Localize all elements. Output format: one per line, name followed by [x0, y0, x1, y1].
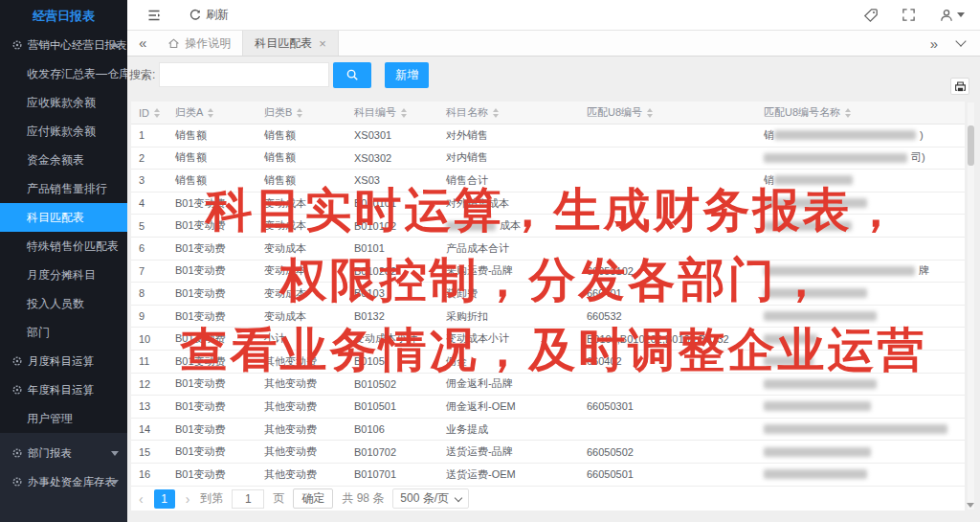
column-header[interactable]: 归类B — [256, 102, 346, 124]
sort-icon[interactable] — [154, 108, 160, 118]
table-row[interactable]: 8B01变动费变动成本B0103装卸费660401 — [131, 283, 965, 306]
table-row[interactable]: 16B01变动费其他变动费B010701送货运费-OEM66050501 — [131, 464, 965, 487]
cell-u8-name: 销 — [756, 170, 965, 192]
cell-code: B010701 — [346, 464, 438, 486]
table-scrollbar[interactable] — [968, 102, 974, 510]
cell-cat-b: 其他变动费 — [256, 351, 346, 373]
cell-u8-name — [756, 419, 965, 441]
sidebar-item[interactable]: 投入人员数 — [0, 289, 127, 318]
redacted-text — [764, 356, 813, 366]
table-row[interactable]: 1销售额销售额XS0301对外销售销) — [131, 125, 965, 148]
cell-id: 6 — [131, 238, 167, 260]
cell-name: 成本 — [438, 215, 579, 237]
cell-cat-b: 其他变动费 — [256, 441, 346, 463]
tag-icon[interactable] — [863, 8, 879, 23]
sidebar-item[interactable]: 月度科目运算 — [0, 347, 127, 375]
table-row[interactable]: 14B01变动费其他变动费B0106业务提成 — [131, 419, 965, 442]
sidebar-item[interactable]: 资金余额表 — [0, 146, 127, 174]
refresh-button[interactable]: 刷新 — [189, 7, 229, 23]
column-header-label: ID — [139, 107, 149, 119]
cell-code: B0105 — [346, 351, 438, 373]
confirm-page-button[interactable]: 确定 — [293, 488, 333, 509]
sidebar-item[interactable]: 产品销售量排行 — [0, 174, 127, 203]
table-row[interactable]: 6B01变动费变动成本B0101产品成本合计 — [131, 238, 965, 261]
cell-cat-a: B01变动费 — [167, 464, 256, 486]
table-row[interactable]: 13B01变动费其他变动费B010501佣金返利-OEM66050301 — [131, 396, 965, 419]
search-button[interactable] — [333, 62, 371, 88]
sidebar-item[interactable]: 部门报表 — [0, 439, 127, 467]
current-page-button[interactable]: 1 — [154, 489, 175, 509]
sidebar-item[interactable]: 年度科目运算 — [0, 375, 127, 404]
scrollbar-down-arrow-icon[interactable] — [967, 503, 974, 508]
redacted-text — [764, 424, 947, 434]
sort-icon[interactable] — [208, 108, 213, 118]
scrollbar-thumb[interactable] — [968, 125, 974, 166]
user-menu[interactable] — [939, 8, 965, 23]
next-page-button[interactable]: › — [184, 491, 192, 507]
sidebar-item[interactable]: 月度分摊科目 — [0, 261, 127, 289]
cell-id: 5 — [131, 215, 167, 237]
add-button[interactable]: 新增 — [385, 62, 429, 88]
sidebar-item-label: 月度分摊科目 — [27, 268, 96, 282]
sidebar-item[interactable]: 营销中心经营日报表 — [0, 31, 127, 59]
cell-cat-a: B01变动费 — [167, 374, 256, 396]
table-row[interactable]: 3销售额销售额XS03销售合计销 — [131, 170, 965, 193]
sidebar-item[interactable]: 用户管理 — [0, 404, 127, 433]
print-button[interactable] — [950, 78, 969, 95]
sort-icon[interactable] — [845, 108, 851, 118]
sidebar-item[interactable]: 应付账款余额 — [0, 117, 127, 146]
table-body: 1销售额销售额XS0301对外销售销)2销售额销售额XS0302对内销售司)3销… — [131, 125, 965, 487]
tab-close-icon[interactable]: × — [319, 36, 326, 51]
sort-icon[interactable] — [401, 108, 407, 118]
column-header[interactable]: 匹配U8编号名称 — [756, 102, 965, 124]
page-size-select[interactable]: 500 条/页 — [392, 488, 469, 509]
redacted-text — [774, 130, 916, 140]
tab-操作说明[interactable]: 操作说明 — [156, 31, 242, 56]
table-row[interactable]: 10B01变动费小计变动成本小计变动成本小计B0101,B010202,B010… — [131, 328, 965, 351]
cell-code: B010202 — [346, 261, 438, 283]
cell-code: XS03 — [346, 170, 438, 192]
cell-name: 送货运费-品牌 — [438, 441, 579, 463]
page-size-value: 500 条/页 — [400, 490, 449, 507]
tabs-scroll-left[interactable]: « — [127, 34, 156, 53]
cell-name: 佣金返利-品牌 — [438, 374, 579, 396]
table-row[interactable]: 2销售额销售额XS0302对内销售司) — [131, 148, 965, 170]
sidebar-item[interactable]: 部门 — [0, 318, 127, 347]
table-row[interactable]: 4B01变动费变动成本B010101对外销售成本 — [131, 193, 965, 216]
sidebar-item[interactable]: 应收账款余额 — [0, 88, 127, 117]
fullscreen-icon[interactable] — [902, 8, 916, 22]
table-row[interactable]: 15B01变动费其他变动费B010702送货运费-品牌66050502 — [131, 441, 965, 464]
table-row[interactable]: 5B01变动费变动成本B010102成本 — [131, 215, 965, 238]
column-header[interactable]: 科目编号 — [346, 102, 438, 124]
column-header[interactable]: 归类A — [167, 102, 256, 124]
tab-科目匹配表[interactable]: 科目匹配表× — [242, 31, 339, 56]
table-row[interactable]: 7B01变动费变动成本B010202采购运费-品牌66053102牌 — [131, 261, 965, 284]
cell-id: 13 — [131, 396, 167, 418]
cell-name: 产品成本合计 — [438, 238, 579, 260]
column-header[interactable]: 科目名称 — [438, 102, 579, 124]
cell-id: 8 — [131, 283, 167, 305]
sidebar-item[interactable]: 收发存汇总表—仓库 — [0, 59, 127, 88]
sort-icon[interactable] — [647, 108, 653, 118]
sidebar-item-label: 年度科目运算 — [28, 375, 94, 404]
search-input[interactable] — [159, 62, 329, 87]
sidebar-item[interactable]: 特殊销售价匹配表 — [0, 232, 127, 261]
tab-bar: « 操作说明科目匹配表× » — [127, 31, 980, 57]
table-row[interactable]: 9B01变动费变动成本B0132采购折扣660532 — [131, 306, 965, 329]
sidebar-item[interactable]: 办事处资金库存表 — [0, 467, 127, 496]
cell-name: 变动成本小计 — [438, 328, 579, 350]
sidebar-item[interactable]: 科目匹配表 — [0, 203, 127, 232]
jump-page-input[interactable] — [232, 489, 264, 509]
prev-page-button[interactable]: ‹ — [137, 491, 145, 507]
collapse-menu-icon[interactable] — [146, 8, 162, 23]
table-row[interactable]: 12B01变动费其他变动费B010502佣金返利-品牌 — [131, 374, 965, 397]
sort-icon[interactable] — [493, 108, 499, 118]
column-header[interactable]: ID — [131, 102, 167, 124]
table-row[interactable]: 11B01变动费其他变动费B0105佣金660402 — [131, 351, 965, 374]
cell-cat-a: B01变动费 — [167, 419, 256, 441]
sidebar-item-label: 应收账款余额 — [27, 96, 96, 109]
sort-icon[interactable] — [297, 108, 302, 118]
tabs-menu-chevron-icon[interactable] — [955, 35, 966, 46]
column-header[interactable]: 匹配U8编号 — [579, 102, 756, 124]
tabs-scroll-right[interactable]: » — [930, 35, 938, 52]
